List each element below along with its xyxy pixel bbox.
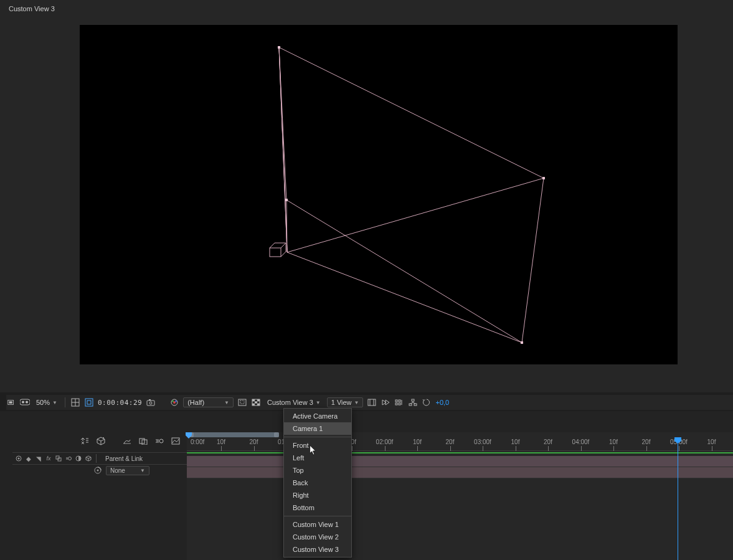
menu-item-bottom[interactable]: Bottom bbox=[284, 501, 351, 514]
track-rows bbox=[187, 456, 733, 478]
view3d-dropdown[interactable]: Custom View 3 ▼ bbox=[265, 398, 323, 407]
svg-rect-45 bbox=[399, 400, 400, 402]
graph-editor-icon[interactable] bbox=[171, 436, 181, 446]
work-area-bar[interactable] bbox=[189, 432, 279, 437]
current-timecode[interactable]: 0:00:04:29 bbox=[98, 399, 142, 407]
viewer-footer: 50% ▼ 0:00:04:29 (Half) ▼ Custom View 3 … bbox=[6, 395, 733, 410]
layer-row[interactable]: None ▼ bbox=[12, 465, 187, 476]
svg-rect-34 bbox=[240, 401, 244, 404]
chevron-down-icon: ▼ bbox=[224, 400, 229, 406]
svg-rect-17 bbox=[9, 401, 12, 404]
chevron-down-icon: ▼ bbox=[140, 468, 145, 473]
parent-value: None bbox=[110, 467, 125, 474]
menu-item-custom-view-3[interactable]: Custom View 3 bbox=[284, 543, 351, 556]
menu-item-camera-1[interactable]: Camera 1 bbox=[284, 422, 351, 435]
svg-rect-39 bbox=[252, 404, 255, 406]
shy-icon[interactable] bbox=[122, 436, 132, 446]
vr-icon[interactable] bbox=[20, 397, 30, 407]
zoom-dropdown[interactable]: 50% ▼ bbox=[34, 398, 60, 407]
svg-point-27 bbox=[149, 402, 152, 404]
view3d-label: Custom View 3 bbox=[267, 399, 313, 406]
label-column-icon[interactable]: ◥ bbox=[35, 455, 42, 462]
ruler-label: 20f bbox=[446, 439, 455, 445]
frame-blend-icon[interactable] bbox=[138, 436, 148, 446]
timeline-toolbar bbox=[0, 433, 187, 449]
ruler-label: 04:00f bbox=[572, 439, 590, 445]
chevron-down-icon: ▼ bbox=[316, 400, 321, 406]
menu-item-custom-view-2[interactable]: Custom View 2 bbox=[284, 531, 351, 543]
grid-icon[interactable] bbox=[70, 397, 80, 407]
menu-item-top[interactable]: Top bbox=[284, 464, 351, 477]
flowchart-icon[interactable] bbox=[408, 397, 418, 407]
svg-line-1 bbox=[281, 243, 286, 248]
av-column-icon[interactable] bbox=[15, 455, 22, 462]
svg-line-8 bbox=[286, 200, 522, 343]
viewer-view-label: Custom View 3 bbox=[9, 5, 55, 12]
view-layout-dropdown[interactable]: 1 View ▼ bbox=[327, 397, 364, 407]
svg-rect-37 bbox=[257, 399, 260, 401]
mask-visibility-icon[interactable] bbox=[84, 397, 94, 407]
frame-blend-column-icon[interactable] bbox=[55, 455, 62, 462]
composition-viewer: Custom View 3 bbox=[0, 0, 733, 392]
parent-column-label: Parent & Link bbox=[105, 455, 143, 462]
menu-item-front[interactable]: Front bbox=[284, 439, 351, 452]
svg-point-83 bbox=[97, 470, 99, 472]
chevron-down-icon: ▼ bbox=[52, 400, 57, 406]
roi-icon[interactable] bbox=[237, 397, 247, 407]
lock-column-icon[interactable]: ◆ bbox=[25, 455, 32, 462]
svg-line-11 bbox=[287, 252, 522, 343]
current-time-indicator[interactable] bbox=[678, 439, 678, 560]
always-preview-icon[interactable] bbox=[6, 397, 16, 407]
adjustment-column-icon[interactable] bbox=[75, 455, 82, 462]
fast-previews-icon[interactable] bbox=[381, 397, 390, 407]
ruler-label: 10f bbox=[707, 439, 716, 445]
svg-point-67 bbox=[159, 439, 163, 443]
parent-dropdown[interactable]: None ▼ bbox=[106, 466, 149, 475]
channel-icon[interactable] bbox=[169, 397, 179, 407]
timeline-column-header: ◆ ◥ fx Parent & Link bbox=[12, 452, 187, 465]
exposure-value[interactable]: +0,0 bbox=[435, 399, 449, 406]
draft3d-icon[interactable] bbox=[96, 436, 106, 446]
svg-rect-18 bbox=[20, 399, 30, 405]
camera-wireframe bbox=[80, 25, 678, 364]
3d-column-icon[interactable] bbox=[85, 455, 92, 462]
menu-item-back[interactable]: Back bbox=[284, 477, 351, 489]
svg-rect-13 bbox=[285, 199, 288, 201]
svg-line-6 bbox=[279, 47, 544, 178]
track-row[interactable] bbox=[187, 456, 733, 467]
svg-line-2 bbox=[270, 243, 275, 248]
svg-rect-46 bbox=[395, 403, 397, 405]
svg-marker-84 bbox=[186, 432, 192, 439]
track-row[interactable] bbox=[187, 467, 733, 478]
timeline-panel: ◆ ◥ fx Parent & Link None ▼ bbox=[0, 411, 733, 560]
svg-point-19 bbox=[22, 401, 24, 404]
svg-point-63 bbox=[103, 437, 104, 439]
motion-blur-column-icon[interactable] bbox=[65, 455, 72, 462]
fx-column-icon[interactable]: fx bbox=[45, 455, 52, 462]
ruler-label: 10f bbox=[609, 439, 618, 445]
svg-point-76 bbox=[69, 457, 72, 460]
menu-item-left[interactable]: Left bbox=[284, 452, 351, 464]
search-icon[interactable] bbox=[80, 436, 90, 446]
resolution-dropdown[interactable]: (Half) ▼ bbox=[183, 397, 234, 407]
reset-exposure-icon[interactable] bbox=[422, 397, 432, 407]
svg-point-20 bbox=[26, 401, 28, 404]
work-area-start-handle[interactable] bbox=[186, 432, 192, 439]
menu-item-active-camera[interactable]: Active Camera bbox=[284, 410, 351, 422]
snapshot-icon[interactable] bbox=[146, 397, 156, 407]
menu-item-right[interactable]: Right bbox=[284, 489, 351, 501]
time-ruler[interactable]: 0:00f 10f20f01:00f10f20f02:00f10f20f03:0… bbox=[187, 439, 733, 451]
svg-rect-15 bbox=[521, 341, 523, 344]
svg-rect-36 bbox=[252, 399, 255, 401]
timeline-icon[interactable] bbox=[394, 397, 404, 407]
svg-point-32 bbox=[175, 401, 177, 402]
motion-blur-icon[interactable] bbox=[154, 436, 164, 446]
timeline-tracks[interactable]: 0:00f 10f20f01:00f10f20f02:00f10f20f03:0… bbox=[187, 432, 733, 560]
ruler-label: 20f bbox=[642, 439, 651, 445]
menu-item-custom-view-1[interactable]: Custom View 1 bbox=[284, 518, 351, 531]
pixel-aspect-icon[interactable] bbox=[367, 397, 377, 407]
viewport[interactable] bbox=[80, 25, 678, 364]
transparency-grid-icon[interactable] bbox=[251, 397, 261, 407]
ruler-label: 10f bbox=[511, 439, 520, 445]
pickwhip-icon[interactable] bbox=[93, 466, 102, 475]
